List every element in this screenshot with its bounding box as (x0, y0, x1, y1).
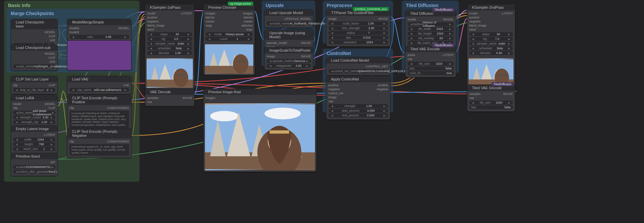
output-conditioning[interactable]: CONDITIONING (107, 140, 129, 143)
widget-ratio[interactable]: ◀ratio0.85▶ (69, 35, 129, 39)
output-vae[interactable]: VAE (123, 83, 129, 87)
node-ttplanet-tile-guidedfilter[interactable]: comfyui_controlnet_aux TTPlanet Tile Gui… (326, 9, 390, 47)
output-control-net[interactable]: CONTROL_NET (366, 65, 388, 68)
output-image[interactable]: IMAGE (301, 41, 311, 45)
output-negative[interactable]: negative (377, 88, 388, 91)
input-vae[interactable]: vae (328, 100, 333, 103)
widget-fast[interactable]: fastfalse (408, 66, 454, 70)
node-vae-decode[interactable]: VAE Decode samplesIMAGE vae (145, 89, 195, 106)
output-latent[interactable]: LATENT (501, 12, 513, 15)
output-model[interactable]: MODEL (118, 26, 129, 30)
output-vae[interactable]: VAE (50, 60, 55, 63)
output-latent[interactable]: LATENT (181, 12, 192, 15)
node-reroute[interactable] (67, 40, 131, 70)
input-segs[interactable]: segs (206, 24, 212, 27)
widget-tile-overlap[interactable]: ◀tile_overlap64▶ (408, 36, 454, 40)
widget-strength-clip[interactable]: ◀strength_clip1.00▶ (13, 120, 55, 124)
widget-scheduler[interactable]: ◀schedulerbeta▶ (469, 46, 513, 50)
widget-steps[interactable]: ◀steps20▶ (147, 32, 192, 36)
widget-radius[interactable]: ◀radius7▶ (328, 31, 388, 35)
output-model[interactable]: MODEL (45, 31, 55, 34)
widget-steps[interactable]: ◀steps30▶ (469, 32, 513, 36)
input-positive[interactable]: positive (328, 83, 339, 87)
node-tiled-vae-decode[interactable]: TiledDiffusion Tiled VAE Decode samplesI… (467, 85, 515, 112)
widget-mode[interactable]: ◀modeAlways pause▶ (206, 32, 253, 36)
node-preview-chooser[interactable]: cg-image-picker Preview Chooser imagesim… (203, 4, 255, 75)
output-vae[interactable]: VAE (50, 39, 55, 42)
output-model[interactable]: MODEL (45, 102, 55, 106)
widget-value[interactable]: ◀value313039866590761▶ (13, 165, 55, 169)
prompt-text[interactable]: embedding:negativeXL_D, nsfw, ugly, teet… (69, 144, 129, 156)
input-samples[interactable]: samples (147, 96, 159, 100)
widget-ckpt-name[interactable]: ◀ckpt_nameAnythingXL_xl.safetensors▶ (13, 64, 55, 68)
input-model[interactable]: model (147, 12, 156, 15)
output-upscale-model[interactable]: UPSCALE_MODEL (284, 17, 311, 20)
output-latents[interactable]: latents (244, 16, 253, 19)
widget-cfg[interactable]: ◀cfg4.0▶ (147, 37, 192, 41)
node-apply-controlnet[interactable]: Apply ControlNet positivepositive negati… (326, 76, 390, 120)
input-latents[interactable]: latents (206, 16, 215, 19)
output-image[interactable]: IMAGE (503, 92, 513, 96)
input-vae[interactable]: vae (408, 57, 413, 61)
input-latent-image[interactable]: latent_image (469, 24, 487, 27)
widget-scale-factor[interactable]: ◀scale_factor1.00▶ (328, 21, 388, 25)
widget-fast[interactable]: fastfalse (469, 105, 513, 109)
widget-resolution[interactable]: ◀resolution1024▶ (328, 40, 388, 44)
widget-upscale-method[interactable]: ◀upscale_methodlanczos▶ (267, 59, 311, 63)
node-load-vae[interactable]: Load VAE VAE ◀vae_namesdxl.vae.safetenso… (67, 76, 131, 94)
input-model2[interactable]: model2 (69, 31, 79, 34)
input-positive[interactable]: positive (469, 16, 480, 19)
input-samples[interactable]: samples (469, 92, 481, 96)
input-seed[interactable]: seed (147, 28, 154, 31)
output-conditioning[interactable]: CONDITIONING (107, 106, 129, 110)
input-negative[interactable]: negative (147, 20, 159, 23)
input-negative[interactable]: negative (469, 20, 481, 23)
input-masks[interactable]: masks (206, 20, 214, 23)
widget-eps[interactable]: ◀eps0.010▶ (328, 36, 388, 40)
widget-vae-name[interactable]: ◀vae_namesdxl.vae.safetensors▶ (69, 88, 129, 92)
widget-scheduler[interactable]: ◀schedulerbeta▶ (147, 46, 192, 50)
node-primitive-seed[interactable]: Primitive-Seed INT ◀value313039866590761… (11, 153, 58, 176)
output-latent[interactable]: LATENT (442, 53, 454, 57)
input-vae[interactable]: vae (469, 96, 474, 100)
input-upscale-model[interactable]: upscale_model (267, 41, 287, 45)
output-selected[interactable]: selected (241, 24, 253, 27)
widget-denoise[interactable]: ◀denoise0.40▶ (469, 51, 513, 55)
output-image[interactable]: IMAGE (301, 55, 311, 58)
widget-width[interactable]: ◀width1344▶ (13, 137, 55, 142)
input-control-net[interactable]: control_net (328, 92, 343, 95)
output-segs[interactable]: segs (246, 28, 253, 31)
widget-strength[interactable]: ◀strength1.00▶ (328, 104, 388, 108)
widget-count[interactable]: ◀count1▶ (206, 37, 253, 41)
widget-denoise[interactable]: ◀denoise1.00▶ (147, 51, 192, 55)
widget-model-name[interactable]: ◀model_name4x_foolhardy_Remacri.pth▶ (267, 21, 311, 25)
node-clip-text-encode-positive[interactable]: CLIP Text Encode (Prompt)-Positive clipC… (67, 95, 131, 130)
output-latent[interactable]: LATENT (44, 133, 55, 136)
widget-stop-layer[interactable]: ◀stop_at_clip_layer-2▶ (13, 88, 55, 92)
widget-end-percent[interactable]: ◀end_percent0.500▶ (328, 113, 388, 117)
widget-megapixels[interactable]: ◀megapixels4.00▶ (267, 64, 311, 68)
node-clip-set-last-layer[interactable]: CLIP Set Last Layer clipCLIP ◀stop_at_cl… (11, 76, 58, 94)
output-clip[interactable]: CLIP (49, 56, 55, 59)
node-empty-latent-image[interactable]: Empty Latent Image LATENT ◀width1344▶ ◀h… (11, 125, 58, 153)
output-clip[interactable]: CLIP (49, 35, 55, 38)
input-positive[interactable]: positive (147, 16, 158, 19)
widget-start-percent[interactable]: ◀start_percent0.000▶ (328, 109, 388, 113)
input-clip[interactable]: clip (13, 83, 18, 87)
input-images[interactable]: images (206, 96, 215, 100)
widget-sampler-name[interactable]: ◀sampler_nameeuler▶ (469, 42, 513, 46)
input-seed[interactable]: seed (469, 28, 476, 31)
widget-method[interactable]: ◀methodMixture of Diffusers▶ (408, 22, 454, 26)
output-positive[interactable]: positive (378, 83, 388, 87)
widget-tile-height[interactable]: ◀tile_height1024▶ (408, 32, 454, 36)
node-ksampler-1st-pass[interactable]: KSampler-1stPass modelLATENT positive ne… (145, 4, 195, 90)
output-image[interactable]: IMAGE (182, 96, 192, 100)
output-images[interactable]: images (243, 12, 253, 15)
widget-control-after-generate[interactable]: ◀control_after_generatefixed▶ (13, 170, 55, 174)
input-pixels[interactable]: pixels (408, 53, 415, 57)
node-tiled-diffusion[interactable]: TiledDiffusion Tiled Diffusion modelMODE… (405, 10, 456, 47)
output-int[interactable]: INT (51, 161, 56, 164)
widget-height[interactable]: ◀height768▶ (13, 142, 55, 146)
input-model[interactable]: model (469, 12, 478, 15)
input-image[interactable]: image (267, 55, 275, 58)
